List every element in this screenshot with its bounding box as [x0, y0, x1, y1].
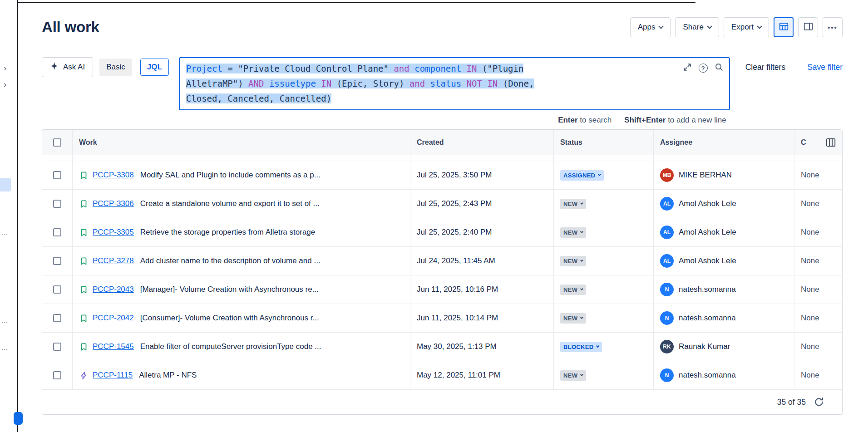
jql-token	[264, 79, 269, 88]
story-icon	[79, 342, 88, 351]
row-checkbox[interactable]	[53, 285, 61, 294]
work-table: Work Created Status Assignee C	[42, 129, 843, 415]
status-badge[interactable]: NEW	[560, 285, 586, 295]
basic-mode-button[interactable]: Basic	[99, 59, 132, 76]
column-header-status-label: Status	[560, 138, 582, 147]
share-button[interactable]: Share	[675, 17, 719, 37]
jql-token: (Epic, Story)	[331, 79, 409, 88]
column-header-assignee[interactable]: Assignee	[653, 130, 794, 155]
sidebar-blue-control[interactable]	[14, 412, 23, 425]
jql-area: ? Project = "Private Cloud Control Plane…	[179, 57, 730, 125]
extra-cell: None	[794, 247, 842, 275]
list-view-button[interactable]	[774, 17, 794, 37]
sidebar-divider	[17, 0, 18, 432]
issue-key-link[interactable]: PCCP-1545	[93, 342, 134, 351]
table-body: PCCP-3308 Modify SAL and Plugin to inclu…	[42, 161, 842, 390]
row-checkbox[interactable]	[53, 257, 61, 265]
status-badge[interactable]: NEW	[560, 227, 586, 238]
extra-cell: None	[794, 333, 842, 361]
help-icon[interactable]: ?	[699, 64, 708, 73]
column-header-truncated-label: C	[801, 138, 806, 147]
issue-summary: Modify SAL and Plugin to include comment…	[140, 171, 321, 180]
work-cell: PCCP-2043 [Manager]- Volume Creation wit…	[72, 275, 410, 304]
share-button-label: Share	[683, 23, 703, 32]
sidebar-expand-chevron-icon[interactable]: ›	[4, 80, 6, 88]
avatar: N	[660, 283, 674, 296]
column-header-status[interactable]: Status	[553, 130, 653, 155]
row-checkbox[interactable]	[53, 371, 61, 379]
created-cell: Jun 11, 2025, 10:14 PM	[410, 304, 553, 332]
jql-token: IN	[321, 79, 331, 88]
issue-key-link[interactable]: PCCP-3306	[93, 199, 134, 208]
row-checkbox[interactable]	[53, 343, 61, 351]
assignee-name: Amol Ashok Lele	[679, 256, 736, 265]
hint-shift-enter-key: Shift+Enter	[624, 116, 666, 124]
assignee-name: natesh.somanna	[679, 285, 736, 294]
column-header-created[interactable]: Created	[410, 130, 553, 155]
status-badge[interactable]: NEW	[560, 370, 586, 381]
detail-view-button[interactable]	[798, 17, 818, 37]
column-header-work[interactable]: Work	[72, 130, 410, 155]
created-value: Jun 11, 2025, 10:14 PM	[417, 314, 498, 323]
issue-key-link[interactable]: PCCP-3305	[93, 228, 134, 237]
extra-cell: None	[794, 218, 842, 246]
row-checkbox-cell	[42, 247, 72, 275]
column-header-assignee-label: Assignee	[660, 138, 692, 147]
jql-mode-button[interactable]: JQL	[140, 59, 169, 76]
created-value: May 12, 2025, 11:01 PM	[417, 371, 500, 380]
sidebar-expand-chevron-icon[interactable]: ›	[4, 64, 6, 72]
status-badge[interactable]: ASSIGNED	[560, 170, 604, 181]
jql-token	[461, 64, 466, 74]
row-checkbox[interactable]	[53, 200, 61, 208]
created-value: Jul 25, 2025, 2:40 PM	[417, 228, 492, 237]
status-badge[interactable]: NEW	[560, 256, 586, 266]
jql-token	[409, 64, 414, 74]
more-options-button[interactable]: •••	[823, 17, 843, 37]
jql-input[interactable]: ? Project = "Private Cloud Control Plane…	[179, 57, 730, 110]
avatar: RK	[660, 340, 674, 353]
row-checkbox[interactable]	[53, 228, 61, 236]
search-icon[interactable]	[715, 63, 724, 74]
issue-key-link[interactable]: PCCP-3278	[93, 256, 134, 265]
assignee-name: natesh.somanna	[679, 314, 736, 323]
issue-key-link[interactable]: PCCP-2042	[93, 314, 134, 323]
export-button[interactable]: Export	[724, 17, 769, 37]
configure-columns-button[interactable]	[826, 137, 836, 147]
apps-button[interactable]: Apps	[630, 17, 671, 37]
jql-token: issuetype	[269, 79, 316, 88]
status-label: NEW	[563, 286, 577, 293]
issue-key-link[interactable]: PCCP-2043	[93, 285, 134, 294]
status-badge[interactable]: NEW	[560, 313, 586, 324]
ask-ai-button[interactable]: Ask AI	[42, 57, 93, 77]
status-badge[interactable]: NEW	[560, 199, 586, 209]
row-checkbox-cell	[42, 304, 72, 332]
save-filter-link[interactable]: Save filter	[807, 63, 843, 72]
jql-token	[461, 79, 466, 88]
sidebar-truncated-item: …	[1, 317, 8, 324]
issue-key-link[interactable]: PCCP-1115	[93, 371, 133, 380]
issue-key-link[interactable]: PCCP-3308	[93, 171, 134, 180]
status-badge[interactable]: BLOCKED	[560, 342, 602, 352]
clear-filters-button[interactable]: Clear filters	[745, 63, 786, 72]
table-footer: 35 of 35	[42, 390, 842, 414]
jql-token: Project	[186, 64, 222, 74]
table-row: PCCP-1115 Alletra MP - NFS May 12, 2025,…	[42, 361, 842, 390]
row-checkbox[interactable]	[53, 171, 61, 179]
story-icon	[79, 199, 88, 208]
hint-shift-enter-text: to add a new line	[666, 116, 726, 124]
header-checkbox-cell	[42, 130, 72, 155]
work-cell: PCCP-3278 Add cluster name to the descri…	[72, 247, 410, 275]
refresh-icon[interactable]	[814, 397, 824, 407]
row-checkbox[interactable]	[53, 314, 61, 322]
sidebar-selected-item[interactable]	[0, 178, 11, 191]
export-button-label: Export	[731, 23, 754, 32]
work-cell: PCCP-3305 Retrieve the storage propertie…	[72, 218, 410, 246]
select-all-checkbox[interactable]	[53, 138, 61, 147]
table-row-partial	[42, 155, 842, 161]
chevron-down-icon	[580, 201, 583, 205]
jql-token: and	[409, 79, 425, 88]
expand-icon[interactable]	[683, 63, 692, 74]
row-checkbox-cell	[42, 275, 72, 304]
column-header-truncated[interactable]: C	[794, 130, 842, 155]
jql-token	[316, 79, 321, 88]
